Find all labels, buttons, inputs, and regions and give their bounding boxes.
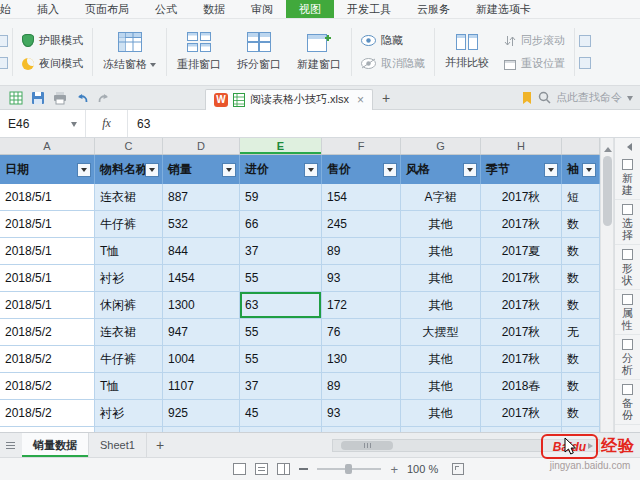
cell[interactable]: 1454	[163, 265, 240, 292]
cell[interactable]: 牛仔裤	[95, 346, 163, 373]
new-window-button[interactable]: 新建窗口	[289, 19, 349, 85]
new-document-tab-button[interactable]: +	[373, 90, 399, 106]
cell[interactable]: 数	[562, 346, 600, 373]
menu-tab-开发工具[interactable]: 开发工具	[334, 0, 404, 18]
find-command-box[interactable]: 点此查找命令	[521, 90, 640, 105]
print-icon[interactable]	[53, 91, 67, 105]
normal-view-icon[interactable]	[233, 463, 246, 475]
column-header-A[interactable]: A	[0, 138, 95, 154]
unhide-button[interactable]: 取消隐藏	[361, 56, 425, 71]
table-header-cell[interactable]: 进价	[240, 155, 322, 184]
cell[interactable]: 2017秋	[481, 292, 562, 319]
cell[interactable]: 37	[240, 238, 322, 265]
column-header-G[interactable]: G	[401, 138, 481, 154]
cell[interactable]: 2017秋	[481, 400, 562, 427]
cell[interactable]: 2018/5/1	[0, 265, 95, 292]
page-layout-view-icon[interactable]	[255, 463, 268, 475]
cell[interactable]: 89	[322, 238, 401, 265]
cell[interactable]: 55	[240, 346, 322, 373]
cell[interactable]: 其他	[401, 346, 481, 373]
cell[interactable]: A字裙	[401, 184, 481, 211]
chevron-down-icon[interactable]	[627, 96, 633, 104]
filter-dropdown-button[interactable]	[383, 163, 397, 177]
night-mode-button[interactable]: 夜间模式	[22, 56, 83, 71]
side-panel-item-属性[interactable]: 属性	[615, 290, 640, 335]
cell[interactable]: 数	[562, 400, 600, 427]
table-header-cell[interactable]: 袖	[562, 155, 600, 184]
cell[interactable]: 2017秋	[481, 346, 562, 373]
menu-tab-插入[interactable]: 插入	[24, 0, 72, 18]
menu-tab-云服务[interactable]: 云服务	[404, 0, 463, 18]
side-panel-item-备份[interactable]: 备份	[615, 380, 640, 425]
cell[interactable]: 245	[322, 211, 401, 238]
sheet-tab-销量数据[interactable]: 销量数据	[22, 433, 89, 457]
vertical-scrollbar[interactable]	[600, 138, 614, 432]
column-header-C[interactable]: C	[95, 138, 163, 154]
cell[interactable]: 89	[322, 373, 401, 400]
zoom-level[interactable]: 100 %	[407, 463, 443, 475]
side-by-side-button[interactable]: 并排比较	[437, 19, 497, 85]
hide-button[interactable]: 隐藏	[361, 33, 425, 48]
chevron-down-icon[interactable]	[71, 122, 77, 130]
table-header-cell[interactable]: 物料名称	[95, 155, 163, 184]
sheet-tab-Sheet1[interactable]: Sheet1	[89, 433, 147, 457]
menu-tab-页面布局[interactable]: 页面布局	[72, 0, 142, 18]
filter-dropdown-button[interactable]	[77, 163, 91, 177]
zoom-slider[interactable]	[317, 468, 381, 470]
cell[interactable]: 其他	[401, 373, 481, 400]
filter-dropdown-button[interactable]	[463, 163, 477, 177]
reset-position-button[interactable]: 重设位置	[504, 56, 565, 71]
cell[interactable]: 59	[240, 184, 322, 211]
menu-tab-开始[interactable]: 开始	[0, 0, 24, 18]
formula-input[interactable]: 63	[128, 110, 640, 137]
cell[interactable]: 55	[240, 265, 322, 292]
eye-protect-mode-button[interactable]: 护眼模式	[22, 33, 83, 48]
cell[interactable]: 130	[322, 346, 401, 373]
column-header-clipped[interactable]	[562, 138, 600, 154]
cell[interactable]: 154	[322, 184, 401, 211]
cell[interactable]: 衬衫	[95, 265, 163, 292]
side-panel-item-选择[interactable]: 选择	[615, 200, 640, 245]
side-panel-item-新建[interactable]: 新建	[615, 155, 640, 200]
document-tab[interactable]: W 阅读表格小技巧.xlsx ×	[205, 89, 373, 110]
cell[interactable]: 2017夏	[481, 238, 562, 265]
cell[interactable]: 2018/5/1	[0, 184, 95, 211]
cell[interactable]: 其他	[401, 211, 481, 238]
cell[interactable]: 2018/5/2	[0, 400, 95, 427]
name-box[interactable]: E46	[0, 110, 86, 137]
cell[interactable]: 数	[562, 211, 600, 238]
cell[interactable]: 大摆型	[401, 319, 481, 346]
cell[interactable]: 947	[163, 319, 240, 346]
cell[interactable]: 66	[240, 211, 322, 238]
cell[interactable]: 2017秋	[481, 319, 562, 346]
menu-tab-审阅[interactable]: 审阅	[238, 0, 286, 18]
cell[interactable]: 925	[163, 400, 240, 427]
filter-dropdown-button[interactable]	[222, 163, 236, 177]
cell[interactable]: 1004	[163, 346, 240, 373]
collapse-panel-icon[interactable]	[623, 143, 632, 151]
cell[interactable]: T恤	[95, 238, 163, 265]
freeze-panes-button[interactable]: 冻结窗格	[95, 19, 164, 85]
cell[interactable]: 76	[322, 319, 401, 346]
cell[interactable]: 37	[240, 373, 322, 400]
table-header-cell[interactable]: 售价	[322, 155, 401, 184]
cell[interactable]: 数	[562, 373, 600, 400]
menu-tab-公式[interactable]: 公式	[142, 0, 190, 18]
redo-icon[interactable]	[97, 91, 111, 105]
close-icon[interactable]: ×	[357, 93, 364, 107]
table-header-cell[interactable]: 销量	[163, 155, 240, 184]
column-header-D[interactable]: D	[163, 138, 240, 154]
cell[interactable]: 其他	[401, 265, 481, 292]
table-header-cell[interactable]: 日期	[0, 155, 95, 184]
cell[interactable]: 2018/5/2	[0, 373, 95, 400]
filter-dropdown-button[interactable]	[145, 163, 159, 177]
cell[interactable]: 休闲裤	[95, 292, 163, 319]
cell[interactable]: 93	[322, 265, 401, 292]
filter-dropdown-button[interactable]	[304, 163, 318, 177]
cell[interactable]: 1107	[163, 373, 240, 400]
cell[interactable]: 2017秋	[481, 211, 562, 238]
cell[interactable]: 2018/5/2	[0, 346, 95, 373]
cell[interactable]: 55	[240, 319, 322, 346]
column-header-F[interactable]: F	[322, 138, 401, 154]
zoom-out-button[interactable]	[299, 468, 308, 470]
